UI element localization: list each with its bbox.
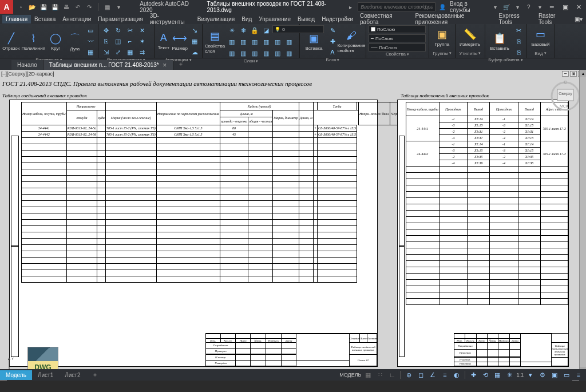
scale-icon[interactable]: ⤢ [113,47,123,57]
fillet-icon[interactable]: ⌐ [125,36,135,46]
start-tab[interactable]: Начало [11,60,43,70]
layout1-tab[interactable]: Лист1 [32,370,59,380]
drawing-tab[interactable]: Таблицы внешних п... ГОСТ 21.408-2013*✕ [43,60,173,70]
layout2-tab[interactable]: Лист2 [59,370,86,380]
close-tab-icon[interactable]: ✕ [163,62,167,68]
cloud-icon[interactable]: ▾ [514,3,521,11]
layer-icon[interactable]: ▥ [238,48,248,58]
hatch-icon[interactable]: ▦ [85,47,96,57]
leader-icon[interactable]: ↘ [189,25,200,35]
layer-props-button[interactable]: ▤Свойства слоя [205,30,225,54]
tab-home[interactable]: Главная [2,15,31,23]
signin-dropdown-icon[interactable]: ▾ [492,3,499,11]
layer-lock-icon[interactable]: 🔒 [250,25,260,35]
ribbon-expand-icon[interactable]: ▣▾ [571,15,586,23]
search-input[interactable] [358,2,435,11]
app-menu-button[interactable]: A [0,0,13,14]
layer-icon[interactable]: ▥ [272,37,283,47]
layer-icon[interactable]: ▥ [272,48,283,58]
clean-icon[interactable]: ▭ [561,370,572,380]
cycle-icon[interactable]: ⟲ [480,370,490,380]
gear-icon[interactable]: ⚙ [537,370,548,380]
offset-icon[interactable]: ⇉ [137,47,147,57]
circle-button[interactable]: ◯Круг [47,29,65,53]
stretch-icon[interactable]: ⇲ [101,47,111,57]
layer-icon[interactable]: ▥ [238,37,248,47]
grid-icon[interactable]: ▦ [363,370,373,380]
signin-icon[interactable]: 👤 [439,3,446,11]
lwt-icon[interactable]: ≡ [440,370,450,380]
cloud-icon[interactable]: ☁ [189,47,200,57]
layer-icon[interactable]: ▥ [227,37,237,47]
tab-addins[interactable]: Надстройки [318,15,357,23]
layer-freeze-icon[interactable]: ❄ [238,25,248,35]
scale-label[interactable]: 1:1 [516,372,524,378]
rect-icon[interactable]: ▭ [85,25,96,35]
arc-button[interactable]: ⌒Дуга [66,29,84,53]
viewcube[interactable]: С Сверху МСК [549,79,581,111]
group-button[interactable]: ▣Группа [431,26,453,50]
erase-icon[interactable]: ✕ [137,25,147,35]
scale-dropdown-icon[interactable]: ▾ [525,370,536,380]
snap-icon[interactable]: ∷ [375,370,385,380]
block-create-icon[interactable]: ✚ [327,36,338,46]
model-tab[interactable]: Модель [0,370,32,380]
insert-button[interactable]: ▣Вставка [302,29,326,53]
mirror-icon[interactable]: ◫ [113,36,123,46]
layer-icon[interactable]: ▥ [284,37,294,47]
layer-icon[interactable]: ▥ [284,48,294,58]
3dosnap-icon[interactable]: ▦ [492,370,502,380]
help-icon[interactable]: ? [525,3,532,11]
tab-parametric[interactable]: Параметризация [94,15,146,23]
copy-clip-icon[interactable]: ⎘ [513,36,524,46]
move-icon[interactable]: ✥ [101,25,111,35]
saveas-icon[interactable]: 💾 [51,3,59,11]
block-attr-icon[interactable]: A [327,47,338,57]
new-icon[interactable]: ▫ [17,3,25,11]
polyline-button[interactable]: ⌇Полилиния [22,29,46,53]
transparency-icon[interactable]: ◐ [452,370,462,380]
table-icon[interactable]: ▦ [189,36,200,46]
vp-restore-icon[interactable]: ▣ [570,71,577,77]
layer-icon[interactable]: ▥ [261,48,271,58]
layer-off-icon[interactable]: ✳ [227,25,237,35]
viewport-label[interactable]: [–][Сверху][2D-каркас] [1,71,54,77]
ortho-icon[interactable]: ∟ [387,370,397,380]
maximize-button[interactable]: ▣ [560,2,570,12]
rotate-icon[interactable]: ↻ [113,25,123,35]
linetype-combo[interactable]: ── ПоСлою [369,43,426,52]
baseview-button[interactable]: ▭Базовый [529,26,552,50]
color-combo[interactable]: ПоСлою [369,25,426,33]
tab-output[interactable]: Вывод [294,15,318,23]
scrollbar-vertical[interactable]: ▴ ▾ [579,70,586,374]
block-edit-icon[interactable]: ✎ [327,25,338,35]
spline-icon[interactable]: 〰 [85,36,96,46]
drawing-area[interactable]: [–][Сверху][2D-каркас] ━ ▣ ◻ ГОСТ 21.408… [0,70,586,381]
tab-insert[interactable]: Вставка [31,15,59,23]
copy-icon[interactable]: ⎘ [101,36,111,46]
match-props-button[interactable]: 🖌Копирование свойств [339,29,363,53]
array-icon[interactable]: ▦ [125,47,135,57]
polar-icon[interactable]: ⊕ [403,370,414,380]
layer-icon[interactable]: ▥ [250,48,260,58]
iso-icon[interactable]: ▣ [549,370,560,380]
text-button[interactable]: AТекст [157,29,171,53]
lineweight-combo[interactable]: ━ ПоСлою [369,34,426,42]
share-icon[interactable]: ▦ [103,3,111,11]
osnap-icon[interactable]: ◻ [415,370,426,380]
tab-annotate[interactable]: Аннотации [59,15,94,23]
minimize-button[interactable]: ━ [547,2,557,12]
otrack-icon[interactable]: ∠ [427,370,438,380]
add-layout-button[interactable]: ＋ [86,369,104,381]
undo-icon[interactable]: ↶ [74,3,82,11]
qat-dropdown-icon[interactable]: ▾ [114,3,122,11]
save-icon[interactable]: 💾 [39,3,47,11]
cut-icon[interactable]: ✂ [513,25,524,35]
open-icon[interactable]: 📂 [28,3,36,11]
add-tab-button[interactable]: ＋ [173,58,188,70]
paste-spec-icon[interactable]: ⎘ [513,47,524,57]
tab-view[interactable]: Вид [238,15,255,23]
dyn-input-icon[interactable]: ✚ [468,370,478,380]
measure-button[interactable]: 📏Измерить [458,26,482,50]
customize-icon[interactable]: ≡ [573,370,584,380]
